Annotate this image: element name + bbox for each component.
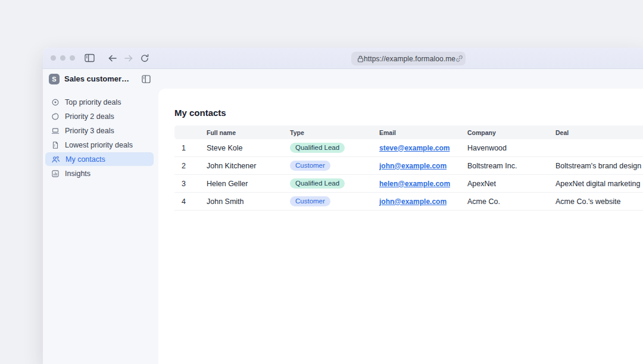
chart-icon — [51, 170, 60, 178]
type-cell: Customer — [290, 196, 379, 206]
browser-chrome: https://example.formaloo.me — [43, 48, 643, 69]
page-title: My contacts — [174, 108, 643, 118]
email-cell: john@example.com — [379, 197, 467, 206]
column-deal: Deal — [555, 129, 643, 136]
window-controls[interactable] — [51, 55, 75, 61]
address-bar[interactable]: https://example.formaloo.me — [351, 52, 466, 65]
email-link[interactable]: john@example.com — [379, 162, 447, 170]
browser-window: https://example.formaloo.me S Sales cust… — [43, 48, 643, 364]
email-link[interactable]: helen@example.com — [379, 180, 450, 188]
lock-icon — [357, 55, 364, 62]
type-cell: Qualified Lead — [290, 143, 379, 153]
formaloo-app: S Sales customer… Top priority deals — [43, 69, 643, 364]
sidebar-item-insights[interactable]: Insights — [45, 167, 154, 180]
panel-toggle-icon[interactable] — [142, 75, 151, 83]
document-icon — [51, 141, 60, 149]
full-name-cell: Helen Geller — [207, 180, 290, 188]
back-icon[interactable] — [108, 54, 117, 62]
email-cell: john@example.com — [379, 162, 467, 170]
email-link[interactable]: john@example.com — [379, 197, 447, 206]
deal-cell: ApexNet digital marketing — [555, 180, 643, 188]
row-number: 1 — [174, 144, 207, 152]
column-full-name: Full name — [207, 129, 290, 136]
company-cell: Acme Co. — [467, 197, 555, 206]
type-cell: Customer — [290, 161, 379, 171]
url-text[interactable]: https://example.formaloo.me — [364, 55, 455, 63]
column-email: Email — [379, 129, 467, 136]
users-icon — [51, 155, 60, 164]
window-minimize-button[interactable] — [60, 55, 65, 61]
copy-link-icon[interactable] — [455, 55, 463, 62]
sidebar-item-my-contacts[interactable]: My contacts — [45, 152, 154, 166]
target-icon — [51, 98, 60, 106]
table-row[interactable]: 3 Helen Geller Qualified Lead helen@exam… — [174, 175, 643, 193]
contacts-table: Full name Type Email Company Deal 1 Stev… — [174, 125, 643, 211]
laptop-icon — [51, 127, 60, 135]
sidebar-item-priority-2-deals[interactable]: Priority 2 deals — [45, 109, 154, 123]
row-number: 4 — [174, 197, 207, 206]
sidebar-item-priority-3-deals[interactable]: Priority 3 deals — [45, 124, 154, 137]
full-name-cell: Steve Kole — [207, 144, 290, 152]
email-cell: steve@example.com — [379, 144, 467, 152]
company-cell: Havenwood — [467, 144, 555, 152]
type-cell: Qualified Lead — [290, 178, 379, 189]
blob-icon — [51, 112, 60, 121]
app-logo: S — [49, 74, 60, 84]
table-row[interactable]: 1 Steve Kole Qualified Lead steve@exampl… — [174, 139, 643, 157]
row-number: 2 — [174, 162, 207, 170]
window-close-button[interactable] — [51, 55, 56, 61]
deal-cell: Acme Co.'s website — [555, 197, 643, 206]
full-name-cell: John Kitchener — [207, 162, 290, 170]
app-title: Sales customer… — [64, 74, 129, 83]
row-number: 3 — [174, 180, 207, 188]
type-badge: Customer — [290, 161, 330, 171]
email-cell: helen@example.com — [379, 180, 467, 188]
deal-cell: Boltstream's brand design — [555, 162, 643, 170]
type-badge: Qualified Lead — [290, 143, 345, 153]
type-badge: Customer — [290, 196, 330, 206]
column-type: Type — [290, 129, 379, 136]
window-zoom-button[interactable] — [70, 55, 75, 61]
sidebar-nav: Top priority deals Priority 2 deals Prio… — [43, 89, 158, 364]
column-company: Company — [467, 129, 555, 136]
sidebar-item-lowest-priority-deals[interactable]: Lowest priority deals — [45, 138, 154, 152]
sidebar-item-top-priority-deals[interactable]: Top priority deals — [45, 95, 154, 109]
company-cell: Boltstream Inc. — [467, 162, 555, 170]
table-header-row: Full name Type Email Company Deal — [174, 125, 643, 139]
table-row[interactable]: 4 John Smith Customer john@example.com A… — [174, 193, 643, 211]
main-content: My contacts Full name Type Email Company… — [158, 89, 643, 364]
email-link[interactable]: steve@example.com — [379, 144, 450, 152]
company-cell: ApexNet — [467, 180, 555, 188]
table-row[interactable]: 2 John Kitchener Customer john@example.c… — [174, 157, 643, 175]
app-header: S Sales customer… — [43, 69, 158, 89]
type-badge: Qualified Lead — [290, 178, 345, 189]
forward-icon[interactable] — [124, 54, 133, 62]
sidebar-toggle-icon[interactable] — [85, 54, 95, 62]
full-name-cell: John Smith — [207, 197, 290, 206]
reload-icon[interactable] — [140, 54, 149, 63]
